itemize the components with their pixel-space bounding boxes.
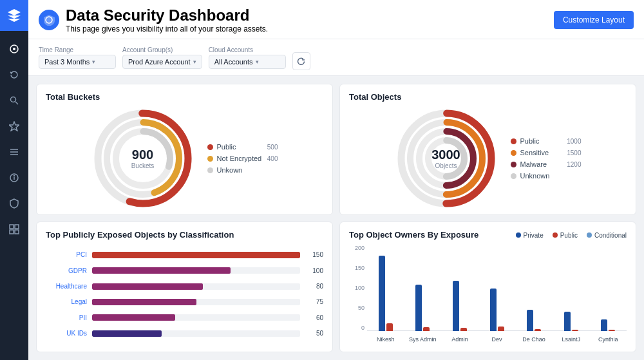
customize-layout-button[interactable]: Customize Layout <box>554 11 634 29</box>
y-tick-200: 200 <box>355 245 365 251</box>
svg-rect-11 <box>10 225 14 229</box>
buckets-donut-wrap: 900 Buckets <box>91 107 194 210</box>
bar-label-pci: PCI <box>46 251 87 258</box>
legend-private: Private <box>516 232 544 239</box>
legend-value-obj-public: 1000 <box>567 138 581 145</box>
time-range-select[interactable]: Past 3 Months ▾ <box>39 55 116 69</box>
total-buckets-chart: 900 Buckets Public 500 Not Encrypted 400 <box>46 107 323 210</box>
account-groups-select[interactable]: Prod Azure Account ▾ <box>122 55 202 69</box>
account-groups-filter: Account Group(s) Prod Azure Account ▾ <box>122 46 202 69</box>
bar-fill-uk ids <box>92 330 162 337</box>
group-label-2: Admin <box>451 336 468 343</box>
page-subtitle: This page gives you visibility into all … <box>66 24 268 33</box>
cloud-accounts-filter: Cloud Accounts All Accounts ▾ <box>209 46 286 69</box>
total-objects-chart: 3000 Objects Public 1000 Sensitive 1500 <box>349 107 627 210</box>
y-axis: 200 150 100 50 0 <box>349 245 367 332</box>
legend-label-public: Public <box>217 143 236 151</box>
bar-group-admin: Admin <box>441 281 478 331</box>
svg-marker-4 <box>9 122 19 131</box>
gbar-private-5 <box>564 312 571 331</box>
bar-row-healthcare: Healthcare 80 <box>46 283 323 290</box>
buckets-legend: Public 500 Not Encrypted 400 Unkown <box>207 143 278 174</box>
legend-conditional: Conditional <box>587 232 627 239</box>
legend-label-public-owners: Public <box>560 232 578 239</box>
bar-row-gdpr: GDPR 100 <box>46 267 323 274</box>
filters-bar: Time Range Past 3 Months ▾ Account Group… <box>28 39 644 76</box>
bar-group-dev: Dev <box>478 289 516 331</box>
legend-value-sensitive: 1500 <box>567 149 581 156</box>
bar-track-pii <box>92 314 300 321</box>
total-objects-card: Total Objects <box>339 84 636 215</box>
group-label-5: LsaintJ <box>562 336 580 343</box>
sidebar-item-search[interactable] <box>3 89 26 112</box>
bar-fill-healthcare <box>92 283 203 290</box>
dashboard-grid: Total Buckets 900 <box>28 76 644 360</box>
y-tick-100: 100 <box>355 285 365 291</box>
group-label-0: Nikesh <box>377 336 395 343</box>
objects-donut-wrap: 3000 Objects <box>395 107 498 210</box>
bar-label-uk ids: UK IDs <box>46 330 87 337</box>
bar-num-uk ids: 50 <box>305 330 323 337</box>
bar-num-healthcare: 80 <box>305 283 323 290</box>
cloud-accounts-label: Cloud Accounts <box>209 46 286 53</box>
bar-fill-pii <box>92 314 175 321</box>
top-owners-title: Top Object Owners By Exposure <box>349 230 478 240</box>
header: Data Security Dashboard This page gives … <box>28 0 644 39</box>
bar-num-gdpr: 100 <box>305 267 323 274</box>
legend-item-malware: Malware 1200 <box>511 160 582 168</box>
legend-dot-malware <box>511 162 516 167</box>
objects-donut-svg <box>395 107 498 210</box>
svg-rect-14 <box>15 230 19 234</box>
main-content: Data Security Dashboard This page gives … <box>28 0 644 360</box>
bar-track-pci <box>92 252 300 258</box>
legend-item-public-objects: Public 1000 <box>511 137 582 145</box>
bar-row-pii: PII 60 <box>46 314 323 321</box>
sidebar <box>0 0 28 360</box>
top-owners-legend: Private Public Conditional <box>516 232 627 239</box>
bar-row-pci: PCI 150 <box>46 251 323 258</box>
legend-label-conditional: Conditional <box>594 232 627 239</box>
svg-line-3 <box>15 102 18 104</box>
gbar-public-3 <box>498 327 504 331</box>
bar-group-cynthia: Cynthia <box>589 319 627 331</box>
svg-point-1 <box>13 48 15 50</box>
sidebar-item-grid[interactable] <box>3 218 26 241</box>
objects-legend: Public 1000 Sensitive 1500 Malware 1200 <box>511 137 582 180</box>
refresh-button[interactable] <box>292 52 310 70</box>
app-logo[interactable] <box>0 0 28 31</box>
legend-item-notencrypted: Not Encrypted 400 <box>207 155 278 162</box>
legend-dot-private <box>516 232 521 238</box>
sidebar-item-info[interactable] <box>3 166 26 189</box>
gbar-private-2 <box>453 281 459 331</box>
legend-public-owners: Public <box>553 232 578 239</box>
legend-item-unknown-objects: Unknown <box>511 172 582 180</box>
sidebar-item-star[interactable] <box>3 115 26 138</box>
legend-label-unknown: Unkown <box>217 166 243 174</box>
bar-label-legal: Legal <box>46 298 87 305</box>
bar-track-healthcare <box>92 283 300 290</box>
gbar-public-4 <box>535 329 541 331</box>
sidebar-item-dashboard[interactable] <box>3 37 26 61</box>
svg-point-10 <box>14 176 15 176</box>
group-label-4: De Chao <box>522 336 545 343</box>
legend-dot-notencrypted <box>207 156 213 162</box>
total-buckets-card: Total Buckets 900 <box>36 84 333 215</box>
bar-group-de-chao: De Chao <box>515 310 553 331</box>
gbar-public-1 <box>423 327 430 331</box>
group-label-1: Sys Admin <box>409 336 437 343</box>
gbar-private-0 <box>379 256 385 331</box>
bar-label-gdpr: GDPR <box>46 267 87 274</box>
bar-fill-pci <box>92 252 300 258</box>
cloud-accounts-select[interactable]: All Accounts ▾ <box>209 55 286 69</box>
legend-dot-sensitive <box>511 150 516 156</box>
sidebar-item-list[interactable] <box>3 140 26 164</box>
bar-group-sys-admin: Sys Admin <box>404 285 442 331</box>
bar-row-uk ids: UK IDs 50 <box>46 330 323 337</box>
legend-dot-public <box>207 144 213 150</box>
legend-dot-obj-public <box>511 138 516 144</box>
gbar-public-5 <box>572 330 578 331</box>
legend-label-sensitive: Sensitive <box>520 149 549 156</box>
sidebar-item-refresh[interactable] <box>3 63 26 86</box>
sidebar-item-shield[interactable] <box>3 192 26 215</box>
top-owners-header: Top Object Owners By Exposure Private Pu… <box>349 230 627 245</box>
